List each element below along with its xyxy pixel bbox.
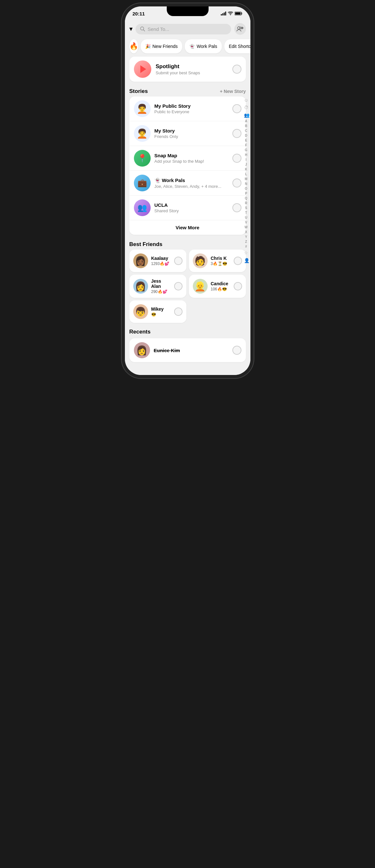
recents-title: Recents — [129, 329, 151, 335]
sidebar-letter-s[interactable]: S — [244, 206, 249, 210]
my-story-select[interactable] — [232, 129, 241, 138]
kaalaay-select[interactable] — [174, 257, 182, 265]
jessalan-avatar: 👩 — [133, 279, 148, 293]
ucla-text: UCLA Shared Story — [154, 202, 229, 213]
story-item-ucla[interactable]: 👥 UCLA Shared Story — [129, 195, 246, 220]
friend-card-chrisk[interactable]: 🧑 Chris K 3🔥⏳😎 — [189, 250, 246, 272]
sidebar-letter-h[interactable]: H — [244, 153, 249, 157]
svg-line-7 — [143, 30, 145, 31]
jessalan-info: Jess Alan 290🔥💕 — [151, 279, 171, 294]
quick-actions-row: 🔥 🎉 New Friends 👻 Work Pals Edit Shortc.… — [125, 37, 251, 57]
snap-map-select[interactable] — [232, 154, 241, 163]
chrisk-streak: 3🔥⏳😎 — [211, 261, 230, 266]
friend-card-mikey[interactable]: 👦 Mikey 😎 — [129, 300, 186, 323]
friend-card-candice[interactable]: 👱 Candice 106🔥😎 — [189, 275, 246, 298]
sidebar-letter-c[interactable]: C — [244, 129, 249, 133]
search-placeholder: Send To... — [148, 26, 169, 32]
story-item-my-story[interactable]: 🧑‍🦱 My Story Friends Only — [129, 121, 246, 146]
snap-map-name: Snap Map — [154, 153, 229, 158]
jessalan-select[interactable] — [174, 282, 182, 290]
chrisk-select[interactable] — [234, 257, 242, 265]
sidebar-letter-j[interactable]: J — [244, 162, 249, 167]
sidebar-clock-icon[interactable]: ⏱ — [244, 104, 249, 111]
sidebar-hash[interactable]: # — [244, 244, 249, 249]
sidebar-star-icon[interactable]: ☆ — [244, 249, 249, 256]
kaalaay-name: Kaalaay — [151, 256, 171, 261]
sidebar-letter-x[interactable]: X — [244, 230, 249, 235]
ucla-select[interactable] — [232, 203, 241, 212]
sidebar-letter-n[interactable]: N — [244, 182, 249, 186]
ucla-avatar: 👥 — [134, 199, 151, 216]
sidebar-letter-q[interactable]: Q — [244, 196, 249, 201]
add-friends-icon — [237, 26, 244, 32]
kaalaay-streak: 1293🔥💕 — [151, 261, 171, 266]
my-public-story-text: My Public Story Public to Everyone — [154, 103, 229, 114]
sidebar-letter-u[interactable]: U — [244, 215, 249, 220]
spotlight-icon — [134, 60, 151, 78]
chrisk-avatar: 🧑 — [193, 253, 208, 268]
spotlight-subtitle: Submit your best Snaps — [156, 70, 228, 75]
sidebar-letter-z[interactable]: Z — [244, 240, 249, 244]
sidebar-letter-e[interactable]: E — [244, 138, 249, 143]
friend-card-kaalaay[interactable]: 👩🏾 Kaalaay 1293🔥💕 — [129, 250, 186, 272]
sidebar-add-friend-icon[interactable]: 👤 — [244, 257, 249, 264]
eunice-name: Eunice Kim — [154, 348, 229, 353]
sidebar-letter-t[interactable]: T — [244, 211, 249, 215]
sidebar-smiley-icon[interactable]: ☺ — [244, 96, 249, 103]
candice-info: Candice 106🔥😎 — [211, 281, 230, 291]
notch — [167, 6, 209, 16]
friend-card-jessalan[interactable]: 👩 Jess Alan 290🔥💕 — [129, 275, 186, 298]
sidebar-letter-d[interactable]: D — [244, 133, 249, 138]
add-friends-button[interactable] — [234, 23, 246, 35]
view-more-button[interactable]: View More — [129, 220, 246, 235]
story-item-workpals[interactable]: 💼 👻 Work Pals Joe, Alice, Steven, Andy, … — [129, 171, 246, 195]
recents-item-eunice[interactable]: 👩 Eunice Kim — [129, 338, 246, 362]
sidebar-letter-i[interactable]: I — [244, 158, 249, 162]
mikey-row-wrapper: 👦 Mikey 😎 — [125, 300, 251, 326]
sidebar-letter-b[interactable]: B — [244, 124, 249, 128]
edit-shortcuts-pill[interactable]: Edit Shortc... — [224, 39, 251, 53]
spotlight-play-icon — [140, 65, 146, 73]
sidebar-letter-a[interactable]: A — [244, 119, 249, 124]
status-icons — [221, 11, 243, 16]
spotlight-card[interactable]: Spotlight Submit your best Snaps — [129, 57, 246, 82]
mikey-avatar: 👦 — [133, 304, 148, 319]
sidebar-friends-icon[interactable]: 👥 — [244, 112, 249, 119]
mikey-name: Mikey — [151, 307, 171, 312]
sidebar-letter-m[interactable]: M — [244, 177, 249, 181]
sidebar-letter-f[interactable]: F — [244, 143, 249, 148]
phone-frame: 20:11 — [125, 6, 251, 375]
work-pals-select[interactable] — [232, 179, 241, 187]
status-bar: 20:11 — [125, 6, 251, 21]
story-item-snapmap[interactable]: 📍 Snap Map Add your Snap to the Map! — [129, 146, 246, 171]
search-icon — [140, 26, 145, 32]
alphabet-sidebar: ☺ ⏱ 👥 A B C D E F G H I J K L M N O P Q … — [244, 96, 249, 264]
dropdown-arrow[interactable]: ▾ — [129, 25, 132, 32]
sidebar-letter-g[interactable]: G — [244, 148, 249, 152]
fire-shortcut[interactable]: 🔥 — [129, 39, 138, 53]
spotlight-select-circle[interactable] — [232, 65, 241, 74]
mikey-info: Mikey 😎 — [151, 307, 171, 317]
signal-icon — [221, 11, 226, 16]
spotlight-text: Spotlight Submit your best Snaps — [156, 63, 228, 75]
mikey-select[interactable] — [174, 307, 182, 316]
my-public-story-select[interactable] — [232, 104, 241, 113]
svg-rect-5 — [235, 12, 240, 15]
sidebar-letter-y[interactable]: Y — [244, 235, 249, 239]
sidebar-letter-k[interactable]: K — [244, 167, 249, 172]
eunice-select[interactable] — [232, 346, 241, 355]
recents-section: 👩 Eunice Kim — [125, 338, 251, 362]
sidebar-letter-l[interactable]: L — [244, 172, 249, 177]
new-friends-pill[interactable]: 🎉 New Friends — [141, 39, 182, 53]
sidebar-letter-v[interactable]: V — [244, 220, 249, 225]
search-input-wrapper[interactable]: Send To... — [136, 24, 231, 34]
work-pals-pill[interactable]: 👻 Work Pals — [185, 39, 222, 53]
sidebar-letter-w[interactable]: W — [244, 225, 249, 229]
sidebar-letter-p[interactable]: P — [244, 191, 249, 196]
sidebar-letter-o[interactable]: O — [244, 187, 249, 191]
candice-select[interactable] — [234, 282, 242, 290]
new-story-button[interactable]: + New Story — [220, 89, 246, 94]
story-item-my-public[interactable]: 🧑‍🦱 My Public Story Public to Everyone — [129, 96, 246, 121]
chrisk-name: Chris K — [211, 256, 230, 261]
sidebar-letter-r[interactable]: R — [244, 201, 249, 206]
